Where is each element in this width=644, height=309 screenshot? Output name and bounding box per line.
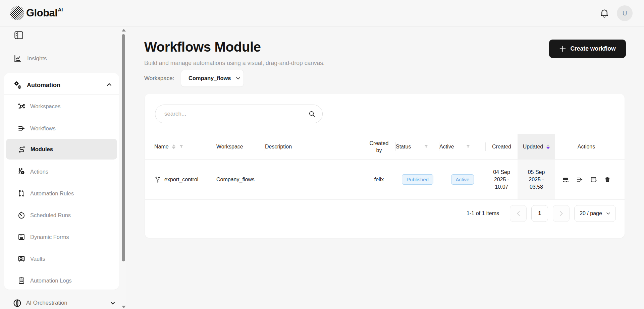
edit-icon[interactable] — [590, 176, 597, 183]
page-title: Workflows Module — [144, 40, 261, 55]
sidebar-collapse-icon[interactable] — [14, 31, 23, 40]
app-root: Global AI U — [0, 0, 644, 309]
column-header-created-by[interactable]: Created by — [362, 134, 396, 159]
column-header-created[interactable]: Created — [486, 134, 518, 159]
pagination-summary: 1-1 of 1 items — [467, 210, 499, 217]
sidebar-item-workflows[interactable]: Workflows — [4, 121, 119, 136]
column-header-status[interactable]: Status — [396, 134, 439, 159]
scrollbar-thumb[interactable] — [122, 34, 125, 261]
column-header-workspace[interactable]: Workspace — [216, 134, 265, 159]
user-avatar[interactable]: U — [617, 5, 633, 21]
column-label: Created — [492, 144, 511, 150]
sidebar: Insights — [0, 27, 126, 309]
sidebar-item-label: Automation Logs — [30, 277, 72, 284]
search-input[interactable] — [155, 111, 308, 117]
sidebar-item-scheduled-runs[interactable]: Scheduled Runs — [4, 208, 119, 223]
sidebar-item-modules[interactable]: Modules — [6, 139, 117, 160]
brand-name: Global — [26, 6, 57, 20]
scrollbar-up-arrow[interactable] — [122, 29, 126, 32]
filter-funnel-icon[interactable] — [466, 144, 471, 149]
column-header-name[interactable]: Name — [154, 134, 216, 159]
cell-updated: 05 Sep 2025 - 03:58 — [518, 160, 555, 199]
cell-workspace: Company_flows — [216, 160, 265, 199]
sidebar-item-dynamic-forms[interactable]: Dynamic Forms — [4, 230, 119, 244]
menu-divider — [4, 95, 119, 95]
globe-logo-icon — [10, 6, 24, 20]
filter-funnel-icon[interactable] — [424, 144, 429, 149]
sort-icon-active[interactable] — [546, 144, 550, 149]
sidebar-item-label: Vaults — [30, 256, 45, 262]
run-console-icon[interactable] — [562, 176, 569, 183]
table-row[interactable]: export_control Company_flows felix Publi… — [145, 160, 625, 200]
sidebar-item-automation-rules[interactable]: Automation Rules — [4, 186, 119, 201]
brand-sup: AI — [58, 7, 63, 12]
sidebar-item-vaults[interactable]: Vaults — [4, 251, 119, 266]
pagination-prev-button[interactable] — [510, 205, 527, 222]
column-label: Updated — [523, 144, 543, 150]
workflow-merge-icon — [17, 124, 25, 132]
column-label: Workspace — [216, 144, 243, 150]
sidebar-item-label: Insights — [27, 55, 47, 62]
chevron-up-icon — [107, 83, 112, 86]
page-number: 1 — [538, 210, 541, 217]
pagination-next-button[interactable] — [553, 205, 570, 222]
workspace-name: Company_flows — [216, 177, 255, 183]
scrollbar-down-arrow[interactable] — [122, 306, 126, 308]
cell-created: 04 Sep 2025 - 10:07 — [486, 160, 518, 199]
cell-actions — [555, 160, 618, 199]
chevron-down-icon — [606, 212, 610, 215]
page-subtitle: Build and manage automations using a vis… — [144, 60, 325, 67]
created-by-name: felix — [374, 177, 384, 183]
column-label: Status — [396, 144, 411, 150]
search-icon[interactable] — [308, 110, 316, 118]
sidebar-item-label: Actions — [30, 169, 48, 175]
automation-menu-card: Automation Workspaces — [4, 73, 119, 290]
status-badge: Published — [402, 174, 433, 185]
insights-chart-icon — [13, 54, 22, 63]
column-header-actions: Actions — [555, 134, 618, 159]
column-label: Actions — [578, 144, 595, 150]
sidebar-item-label: Scheduled Runs — [30, 212, 71, 219]
workspace-value: Company_flows — [189, 75, 231, 81]
search-section — [145, 94, 625, 134]
cell-description — [265, 160, 362, 199]
create-workflow-button[interactable]: Create workflow — [549, 40, 626, 58]
workflow-name[interactable]: export_control — [164, 177, 198, 183]
column-label: Active — [439, 144, 454, 150]
sidebar-item-workspaces[interactable]: Workspaces — [4, 99, 119, 114]
sidebar-scrollbar — [121, 28, 126, 309]
logs-clipboard-icon — [17, 276, 25, 285]
create-workflow-label: Create workflow — [570, 45, 615, 52]
workspace-select[interactable]: Company_flows — [181, 70, 244, 87]
column-header-active[interactable]: Active — [439, 134, 486, 159]
sidebar-item-automation-logs[interactable]: Automation Logs — [4, 273, 119, 288]
delete-trash-icon[interactable] — [604, 176, 611, 183]
sort-icon[interactable] — [172, 144, 175, 149]
plus-icon — [559, 45, 566, 52]
cell-created-by: felix — [362, 160, 396, 199]
filter-funnel-icon[interactable] — [179, 144, 184, 149]
brand-logo[interactable]: Global AI — [10, 6, 63, 20]
column-header-description[interactable]: Description — [265, 134, 362, 159]
sidebar-item-actions[interactable]: Actions — [4, 164, 119, 179]
column-label: Created by — [368, 140, 390, 154]
cell-name: export_control — [154, 160, 216, 199]
column-header-updated[interactable]: Updated — [518, 134, 555, 159]
chevron-down-icon — [236, 77, 240, 80]
sidebar-item-automation[interactable]: Automation — [4, 77, 119, 93]
open-workflow-icon[interactable] — [576, 176, 583, 183]
notifications-bell-icon[interactable] — [599, 8, 610, 19]
page-size-select[interactable]: 20 / page — [574, 205, 616, 222]
sidebar-item-label: Automation Rules — [30, 190, 74, 197]
form-document-icon — [17, 233, 25, 241]
sidebar-item-label: Workspaces — [30, 103, 60, 110]
timer-icon — [17, 211, 25, 219]
sidebar-item-ai-orchestration[interactable]: AI Orchestration — [13, 296, 115, 309]
topbar: Global AI U — [0, 0, 644, 26]
workflows-table-card: Name Workspace Description Created by St… — [145, 94, 625, 238]
sidebar-item-label: Modules — [31, 146, 53, 152]
page-size-value: 20 / page — [580, 210, 602, 217]
table-header-row: Name Workspace Description Created by St… — [145, 134, 625, 160]
pagination-page-1[interactable]: 1 — [531, 205, 548, 222]
sidebar-item-insights[interactable]: Insights — [13, 53, 47, 64]
